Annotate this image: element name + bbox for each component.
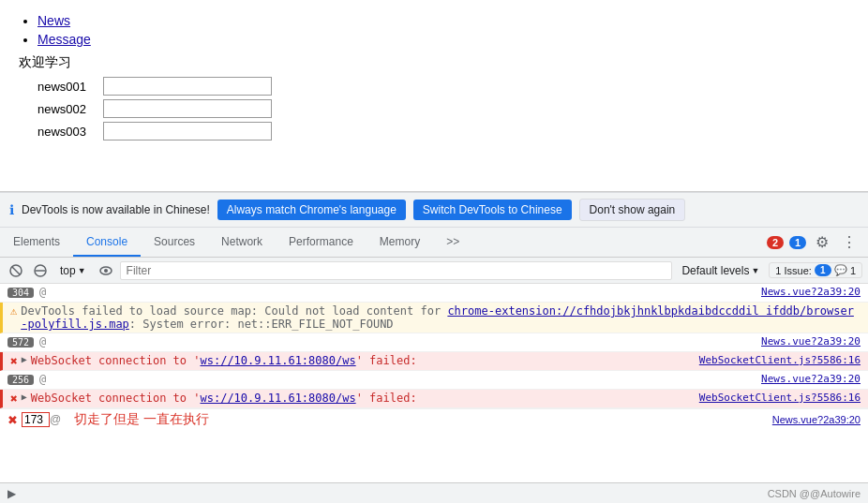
svg-point-5 (104, 269, 108, 273)
expand-icon-2[interactable]: ▶ (22, 392, 27, 402)
error-icon: ✖ (10, 354, 18, 368)
news002-label: news002 (37, 102, 103, 116)
log-entry-error: ✖ ▶ WebSocket connection to 'ws://10.9.1… (0, 352, 868, 371)
context-chevron-icon: ▼ (78, 266, 86, 275)
issue-count-num: 1 (850, 265, 856, 276)
issue-count: 1 (815, 264, 831, 276)
error-icon-2: ✖ (10, 392, 18, 406)
welcome-text: 欢迎学习 (19, 54, 849, 71)
notification-text: DevTools is now available in Chinese! (22, 203, 210, 216)
prompt-source[interactable]: News.vue?2a39:20 (772, 414, 861, 425)
list-item: news001 (37, 77, 849, 96)
console-toolbar: top ▼ Default levels ▼ 1 Issue: 1 💬 1 (0, 258, 868, 284)
prompt-input[interactable] (22, 412, 50, 427)
log-at: @ (39, 286, 46, 299)
warning-link[interactable]: chrome-extension://cfhdojbkjhnklbpkdaibd… (21, 304, 854, 331)
error-badge[interactable]: 2 (767, 236, 784, 249)
expand-icon[interactable]: ▶ (22, 354, 27, 364)
log-source-ws2[interactable]: WebSocketClient.js?5586:16 (699, 392, 861, 404)
watermark-text: CSDN @@Autowire (768, 488, 861, 499)
devtools-tabs-toolbar: Elements Console Sources Network Perform… (0, 228, 868, 258)
news003-input[interactable] (103, 122, 272, 141)
list-item: news002 (37, 99, 849, 118)
log-entry: 572 @ News.vue?2a39:20 (0, 333, 868, 352)
toolbar-right: 2 1 ⚙ ⋮ (767, 231, 868, 253)
prompt-at: @ (50, 413, 61, 426)
log-source-572[interactable]: News.vue?2a39:20 (761, 335, 861, 348)
link-message[interactable]: Message (37, 32, 849, 47)
log-num-572: 572 (7, 337, 34, 348)
log-entry-error-2: ✖ ▶ WebSocket connection to 'ws://10.9.1… (0, 390, 868, 408)
settings-button[interactable]: ⚙ (812, 231, 832, 253)
ws-link-1[interactable]: ws://10.9.11.61:8080/ws (200, 354, 355, 367)
log-entry: 304 @ News.vue?2a39:20 (0, 284, 868, 303)
block-console-button[interactable] (30, 262, 51, 279)
info-icon: ℹ (9, 202, 14, 217)
clear-icon (9, 264, 22, 277)
bottom-bar: ▶ CSDN @@Autowire (0, 482, 868, 503)
eye-button[interactable] (96, 264, 116, 277)
context-label: top (60, 264, 76, 277)
log-num-256: 256 (7, 375, 34, 385)
list-item: news003 (37, 122, 849, 141)
warning-icon: ⚠ (10, 304, 17, 318)
clear-console-button[interactable] (6, 262, 26, 279)
log-source-304[interactable]: News.vue?2a39:20 (761, 286, 861, 298)
warning-badge[interactable]: 1 (789, 236, 806, 249)
tab-console[interactable]: Console (73, 228, 141, 257)
tab-network[interactable]: Network (208, 228, 276, 257)
log-source-ws1[interactable]: WebSocketClient.js?5586:16 (699, 354, 861, 366)
block-icon (34, 264, 47, 277)
ws-link-2[interactable]: ws://10.9.11.61:8080/ws (200, 392, 355, 405)
log-error-text-1: WebSocket connection to 'ws://10.9.11.61… (31, 354, 699, 367)
devtools-notification: ℹ DevTools is now available in Chinese! … (0, 192, 868, 228)
tab-memory[interactable]: Memory (367, 228, 433, 257)
switch-devtools-button[interactable]: Switch DevTools to Chinese (413, 200, 572, 220)
default-levels-chevron-icon: ▼ (751, 266, 759, 275)
eye-icon (99, 266, 112, 275)
dont-show-again-button[interactable]: Don't show again (579, 199, 686, 221)
always-match-button[interactable]: Always match Chrome's language (217, 200, 406, 220)
news002-input[interactable] (103, 99, 272, 118)
issue-label: 1 Issue: (775, 265, 812, 276)
prompt-line: ✖ @ 切走了但是 一直在执行 News.vue?2a39:20 (0, 408, 868, 430)
tab-elements[interactable]: Elements (0, 228, 73, 257)
log-entry: 256 @ News.vue?2a39:20 (0, 371, 868, 390)
log-at: @ (39, 335, 46, 348)
tab-more[interactable]: >> (433, 228, 472, 257)
log-num-304: 304 (7, 288, 34, 298)
filter-input[interactable] (120, 261, 673, 280)
browser-content: News Message 欢迎学习 news001 news002 news00… (0, 0, 868, 192)
more-button[interactable]: ⋮ (838, 231, 861, 253)
default-levels-selector[interactable]: Default levels ▼ (676, 262, 765, 279)
arrow-icon[interactable]: ▶ (7, 487, 16, 500)
log-at: @ (39, 373, 46, 386)
news001-label: news001 (37, 80, 103, 94)
log-warning-text: DevTools failed to load source map: Coul… (21, 304, 861, 331)
log-source-256[interactable]: News.vue?2a39:20 (761, 373, 861, 385)
issue-badge[interactable]: 1 Issue: 1 💬 1 (769, 262, 862, 278)
news003-label: news003 (37, 125, 103, 139)
tab-performance[interactable]: Performance (276, 228, 367, 257)
console-content: 304 @ News.vue?2a39:20 ⚠ DevTools failed… (0, 284, 868, 482)
link-news[interactable]: News (37, 13, 849, 28)
log-error-text-2: WebSocket connection to 'ws://10.9.11.61… (31, 392, 699, 405)
error-icon-3: ✖ (7, 413, 18, 427)
context-selector[interactable]: top ▼ (54, 262, 92, 279)
log-entry-warning: ⚠ DevTools failed to load source map: Co… (0, 303, 868, 333)
svg-line-1 (12, 267, 20, 274)
annotation-text: 切走了但是 一直在执行 (74, 411, 209, 428)
default-levels-label: Default levels (681, 264, 749, 277)
news001-input[interactable] (103, 77, 272, 96)
tab-sources[interactable]: Sources (141, 228, 208, 257)
issue-chat-icon: 💬 (834, 264, 847, 276)
news-list: news001 news002 news003 (19, 77, 849, 141)
